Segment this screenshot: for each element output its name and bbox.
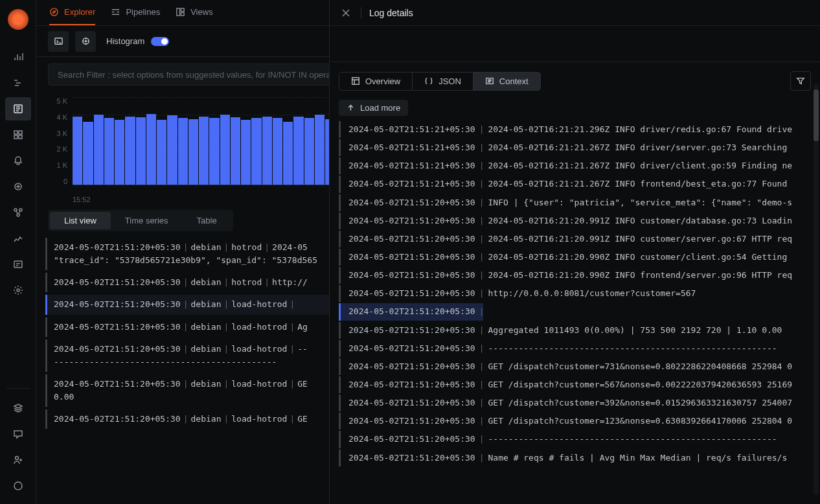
details-controls: Overview JSON Context [330, 62, 820, 100]
svg-rect-4 [19, 135, 22, 139]
context-row[interactable]: 2024-05-02T21:51:20+05:30|INFO | {"user"… [339, 194, 811, 211]
details-seg-tabs: Overview JSON Context [339, 72, 541, 91]
context-row[interactable]: 2024-05-02T21:51:20+05:30|Aggregated 101… [339, 322, 811, 339]
context-row[interactable]: 2024-05-02T21:51:20+05:30|2024-05-02T16:… [339, 267, 811, 284]
svg-rect-2 [19, 131, 22, 134]
details-subheader [330, 26, 820, 62]
svg-rect-9 [14, 261, 22, 268]
query-builder-button[interactable] [48, 31, 69, 52]
context-row[interactable]: 2024-05-02T21:51:20+05:30|2024-05-02T16:… [339, 231, 811, 247]
details-title: Log details [369, 8, 413, 18]
context-list[interactable]: 2024-05-02T21:51:21+05:30|2024-05-02T16:… [330, 121, 820, 504]
chart-y-axis: 5 K4 K3 K2 K1 K0 [48, 97, 67, 185]
svg-point-13 [51, 8, 58, 16]
svg-rect-1 [14, 131, 17, 134]
seg-tab-json[interactable]: JSON [413, 73, 473, 90]
nav-metrics-icon[interactable] [5, 45, 31, 69]
tab-explorer[interactable]: Explorer [49, 0, 95, 25]
scrollbar-thumb[interactable] [814, 89, 819, 141]
nav-traces-icon[interactable] [5, 71, 31, 95]
filter-button[interactable] [790, 71, 811, 91]
context-row[interactable]: 2024-05-02T21:51:21+05:30|2024-05-02T16:… [339, 157, 811, 174]
divider [361, 7, 361, 19]
clickhouse-button[interactable] [75, 31, 96, 52]
nav-usage-icon[interactable] [5, 227, 31, 250]
left-nav-rail [0, 0, 36, 504]
svg-rect-20 [352, 78, 359, 85]
nav-exceptions-icon[interactable] [5, 175, 31, 198]
viewmode-table[interactable]: Table [183, 212, 231, 229]
svg-rect-14 [177, 8, 180, 16]
svg-point-10 [17, 289, 19, 292]
context-row[interactable]: 2024-05-02T21:51:21+05:30|2024-05-02T16:… [339, 139, 811, 156]
scrollbar[interactable] [814, 84, 819, 495]
svg-rect-15 [181, 8, 185, 12]
nav-invite-icon[interactable] [5, 448, 31, 472]
svg-rect-3 [14, 135, 17, 139]
tab-explorer-label: Explorer [64, 7, 95, 17]
context-row[interactable]: 2024-05-02T21:51:20+05:30|GET /dispatch?… [339, 376, 811, 393]
seg-tab-overview[interactable]: Overview [339, 73, 413, 90]
load-more-button[interactable]: Load more [339, 100, 408, 116]
context-row[interactable]: 2024-05-02T21:51:20+05:30|GET /dispatch?… [339, 395, 811, 411]
svg-point-19 [85, 41, 86, 42]
context-row[interactable]: 2024-05-02T21:51:21+05:30|2024-05-02T16:… [339, 176, 811, 192]
context-row[interactable]: 2024-05-02T21:51:20+05:30|GET /dispatch?… [339, 358, 811, 375]
histogram-toggle: Histogram [106, 36, 169, 46]
details-header: Log details [330, 0, 820, 26]
nav-layers-icon[interactable] [5, 396, 31, 420]
nav-alerts-icon[interactable] [5, 149, 31, 172]
tab-views[interactable]: Views [176, 0, 212, 25]
viewmode-list[interactable]: List view [50, 212, 111, 229]
svg-rect-17 [54, 38, 62, 44]
svg-rect-16 [181, 12, 185, 16]
nav-dashboards-icon[interactable] [5, 123, 31, 146]
seg-tab-context[interactable]: Context [473, 73, 540, 90]
context-row[interactable]: 2024-05-02T21:51:20+05:30|2024-05-02T16:… [339, 212, 811, 229]
log-details-panel: Log details Overview JSON Context [329, 0, 820, 504]
tab-pipelines-label: Pipelines [126, 7, 160, 17]
nav-logs-icon[interactable] [5, 97, 31, 120]
context-row[interactable]: 2024-05-02T21:51:20+05:30|2024-05-02T16:… [339, 249, 811, 266]
nav-chat-icon[interactable] [5, 422, 31, 446]
nav-help-icon[interactable] [5, 474, 31, 498]
close-icon[interactable] [339, 6, 353, 20]
histogram-label: Histogram [106, 36, 144, 46]
app-logo[interactable] [8, 9, 28, 30]
svg-point-11 [15, 457, 18, 460]
nav-billing-icon[interactable] [5, 253, 31, 276]
svg-point-8 [17, 214, 19, 216]
load-more-row: Load more [330, 100, 820, 121]
context-row[interactable]: 2024-05-02T21:51:20+05:30|--------------… [339, 340, 811, 357]
viewmode-tabs: List view Time series Table [48, 210, 233, 231]
context-row[interactable]: 2024-05-02T21:51:21+05:30|2024-05-02T16:… [339, 121, 811, 138]
histogram-switch[interactable] [151, 37, 169, 46]
context-row[interactable]: 2024-05-02T21:51:20+05:30|Name # reqs # … [339, 450, 811, 466]
context-row[interactable]: 2024-05-02T21:51:20+05:30|GET /dispatch?… [339, 413, 811, 430]
nav-divider [6, 388, 30, 389]
context-row[interactable]: 2024-05-02T21:51:20+05:30|--------------… [339, 431, 811, 448]
nav-services-icon[interactable] [5, 201, 31, 224]
tab-views-label: Views [190, 7, 212, 17]
context-row[interactable]: 2024-05-02T21:51:20+05:30|http://0.0.0.0… [339, 285, 811, 302]
nav-settings-icon[interactable] [5, 279, 31, 302]
tab-pipelines[interactable]: Pipelines [111, 0, 160, 25]
context-row[interactable]: 2024-05-02T21:51:20+05:30| [339, 303, 811, 320]
svg-point-12 [14, 482, 22, 490]
viewmode-timeseries[interactable]: Time series [111, 212, 183, 229]
